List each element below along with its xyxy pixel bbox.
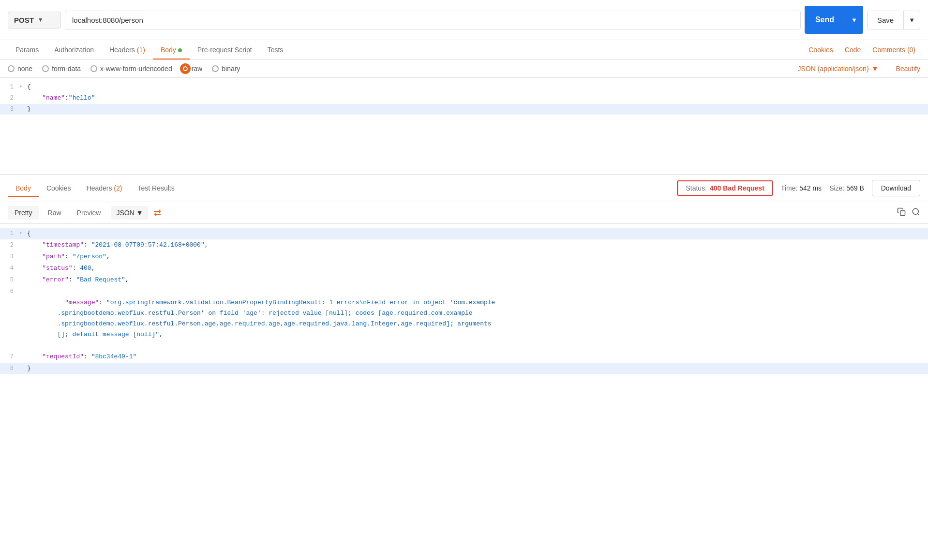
- resp-line-3: 3 "path": "/person",: [0, 251, 928, 263]
- tab-headers[interactable]: Headers (1): [102, 40, 153, 59]
- resp-tab-headers[interactable]: Headers (2): [79, 179, 130, 197]
- option-form-data[interactable]: form-data: [42, 65, 81, 73]
- resp-tab-cookies[interactable]: Cookies: [39, 179, 79, 197]
- option-none[interactable]: none: [8, 65, 32, 73]
- status-section: Status: 400 Bad Request Time: 542 ms Siz…: [677, 180, 920, 196]
- body-active-dot: [178, 48, 182, 52]
- radio-raw: [182, 65, 189, 72]
- beautify-button[interactable]: Beautify: [896, 65, 920, 73]
- save-button[interactable]: Save: [867, 11, 904, 29]
- response-header: Body Cookies Headers (2) Test Results St…: [0, 175, 928, 202]
- resp-line-2: 2 "timestamp": "2021-08-07T09:57:42.168+…: [0, 239, 928, 251]
- json-type-select[interactable]: JSON (application/json) ▼: [797, 65, 878, 73]
- response-right-icons: [897, 207, 920, 219]
- request-code-editor[interactable]: 1 ▾ { 2 "name":"hello" 3 }: [0, 78, 928, 175]
- response-code: 1 ▾ { 2 "timestamp": "2021-08-07T09:57:4…: [0, 224, 928, 379]
- svg-line-2: [917, 213, 919, 215]
- status-box: Status: 400 Bad Request: [677, 180, 773, 196]
- radio-binary: [212, 65, 219, 72]
- rtab-code[interactable]: Code: [840, 40, 866, 59]
- method-chevron: ▼: [38, 16, 44, 23]
- radio-none: [8, 65, 15, 72]
- resp-line-5: 5 "error": "Bad Request",: [0, 274, 928, 286]
- resp-line-6: 6 "message": "org.springframework.valida…: [0, 286, 928, 351]
- resp-line-8: 8 }: [0, 363, 928, 374]
- fmt-tab-raw[interactable]: Raw: [41, 206, 68, 220]
- req-line-3: 3 }: [0, 104, 928, 115]
- copy-response-button[interactable]: [897, 207, 906, 219]
- response-format-bar: Pretty Raw Preview JSON ▼ ⇄: [0, 202, 928, 224]
- option-binary[interactable]: binary: [212, 65, 240, 73]
- resp-tab-body[interactable]: Body: [8, 179, 39, 197]
- fmt-tab-pretty[interactable]: Pretty: [8, 206, 39, 220]
- tab-authorization[interactable]: Authorization: [46, 40, 102, 59]
- search-response-button[interactable]: [912, 207, 920, 219]
- rtab-cookies[interactable]: Cookies: [804, 40, 838, 59]
- radio-form-data: [42, 65, 49, 72]
- save-dropdown-icon[interactable]: ▼: [904, 11, 920, 29]
- resp-line-1: 1 ▾ {: [0, 228, 928, 239]
- tab-params[interactable]: Params: [8, 40, 46, 59]
- rtab-comments[interactable]: Comments (0): [868, 40, 920, 59]
- tab-tests[interactable]: Tests: [260, 40, 291, 59]
- radio-x-www: [90, 65, 97, 72]
- send-label: Send: [805, 11, 845, 29]
- format-dropdown[interactable]: JSON ▼: [111, 206, 148, 220]
- tab-body[interactable]: Body: [153, 40, 190, 59]
- download-button[interactable]: Download: [872, 180, 920, 196]
- method-select[interactable]: POST ▼: [8, 12, 61, 29]
- option-x-www[interactable]: x-www-form-urlencoded: [90, 65, 172, 73]
- response-tabs: Body Cookies Headers (2) Test Results: [8, 179, 182, 197]
- option-raw[interactable]: raw: [182, 65, 203, 73]
- send-dropdown-icon: ▼: [845, 12, 863, 29]
- req-line-2: 2 "name":"hello": [0, 93, 928, 104]
- wrap-icon[interactable]: ⇄: [154, 207, 161, 218]
- tab-pre-request[interactable]: Pre-request Script: [190, 40, 260, 59]
- req-line-1: 1 ▾ {: [0, 82, 928, 93]
- body-options: none form-data x-www-form-urlencoded raw…: [0, 60, 928, 78]
- size-meta: Size: 569 B: [829, 184, 864, 192]
- request-tabs: Params Authorization Headers (1) Body Pr…: [0, 40, 928, 60]
- url-input[interactable]: [65, 11, 801, 29]
- svg-point-1: [913, 208, 918, 214]
- fmt-tab-preview[interactable]: Preview: [70, 206, 108, 220]
- right-tabs: Cookies Code Comments (0): [804, 40, 920, 59]
- method-label: POST: [14, 16, 34, 24]
- resp-line-4: 4 "status": 400,: [0, 263, 928, 274]
- top-bar: POST ▼ Send ▼ Save ▼: [0, 0, 928, 40]
- resp-line-7: 7 "requestId": "8bc34e49-1": [0, 351, 928, 363]
- svg-rect-0: [900, 210, 905, 215]
- resp-tab-test-results[interactable]: Test Results: [130, 179, 182, 197]
- send-button[interactable]: Send ▼: [805, 6, 863, 34]
- time-meta: Time: 542 ms: [781, 184, 822, 192]
